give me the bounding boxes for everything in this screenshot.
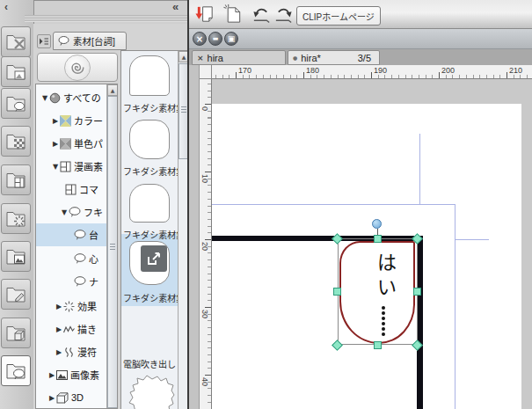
rotate-handle[interactable]: [372, 219, 382, 229]
selection-bounding-box: [338, 238, 418, 345]
balloon-thumbnail[interactable]: [129, 55, 170, 96]
expander-closed-icon[interactable]: ▶: [55, 348, 63, 356]
folder-x-icon: [4, 31, 27, 54]
material-folder-image-button[interactable]: [1, 56, 31, 87]
balloon-icon: [74, 253, 86, 264]
expander-closed-icon[interactable]: ▶: [51, 140, 60, 148]
import-page-button[interactable]: [193, 3, 217, 26]
ruler-tick-label: 200: [441, 66, 455, 75]
folder-image-icon: [4, 61, 27, 84]
canvas-viewport[interactable]: は い: [212, 79, 532, 409]
palette-menu-button[interactable]: [37, 34, 51, 48]
material-thumbnail-list: フキダシ素材集 フキダシ素材集 フキダシ素材集 フキダシ素材集 電脳吹き出し ▲: [120, 50, 189, 409]
panel-drag-grip[interactable]: [25, 15, 188, 22]
ruler-gutter: [189, 65, 200, 409]
balloon-icon: [58, 36, 69, 46]
ruler-tick-label: 20: [200, 242, 209, 251]
new-page-icon: [222, 4, 244, 26]
squiggle-icon: [63, 347, 75, 358]
scroll-up-icon[interactable]: ▲: [107, 84, 118, 96]
edge-handle-w[interactable]: [333, 288, 341, 296]
ruler-tick-label: 40: [200, 377, 209, 386]
minimize-window-icon[interactable]: ▬: [208, 32, 222, 46]
expander-closed-icon[interactable]: ▶: [47, 371, 56, 379]
next-page-button[interactable]: [273, 3, 294, 26]
tab-hira[interactable]: × hira: [192, 50, 286, 65]
import-page-icon: [194, 4, 216, 26]
material-folder-balloon-active-button[interactable]: [1, 355, 31, 386]
clip-material-button[interactable]: [37, 53, 118, 82]
material-tree: ▼ すべての ▶ カラー ▶: [35, 84, 118, 409]
digital-balloon-thumbnail[interactable]: [127, 373, 176, 409]
redo-page-icon: [273, 4, 294, 25]
document-toolbar: CLIPホームページ: [189, 0, 532, 29]
balloon-icon: [74, 230, 86, 240]
collapse-panel-icon[interactable]: «: [172, 0, 179, 13]
material-folder-balloon-button[interactable]: [1, 88, 31, 119]
tree-item-all-materials[interactable]: ▼ すべての: [36, 86, 111, 109]
material-folder-delete-button[interactable]: [1, 26, 31, 57]
new-page-button[interactable]: [222, 3, 244, 26]
ruler-tick-label: 210: [509, 66, 522, 75]
pinwheel-color-icon: [60, 115, 71, 127]
close-window-icon[interactable]: ×: [193, 32, 207, 46]
close-tab-icon[interactable]: ×: [197, 54, 204, 62]
folder-burst-icon: [4, 208, 27, 230]
balloon-thumbnail[interactable]: [129, 120, 170, 159]
panel-layout-icon: [60, 161, 71, 172]
expander-closed-icon[interactable]: ▶: [51, 117, 60, 125]
maximize-window-icon[interactable]: ▣: [224, 32, 238, 46]
document-window-bar: × ▬ ▣: [189, 29, 532, 49]
tab-hira-active[interactable]: ● hira* 3/5: [288, 50, 380, 65]
tree-scrollbar[interactable]: ▲: [106, 84, 118, 408]
material-folder-pattern-button[interactable]: [1, 126, 31, 157]
edge-handle-n[interactable]: [374, 235, 382, 243]
pinwheel-gray-icon: [60, 138, 71, 150]
edge-handle-s[interactable]: [374, 341, 382, 349]
horizontal-ruler: 170 180 190 200 210: [212, 65, 532, 79]
edge-handle-e[interactable]: [413, 288, 421, 296]
vertical-ruler: 0 10 20 30 40: [200, 79, 212, 409]
clip-homepage-button[interactable]: CLIPホームページ: [296, 6, 381, 26]
undo-page-icon: [251, 4, 272, 25]
frame-guide-line: [455, 204, 455, 409]
balloon-thumbnail[interactable]: [129, 184, 170, 223]
thumbnail-label: フキダシ素材集: [123, 228, 178, 241]
expander-open-icon[interactable]: ▼: [51, 163, 60, 171]
burst-icon: [63, 301, 75, 312]
ruler-tick-label: 170: [238, 66, 251, 75]
frame-guide-line: [419, 134, 420, 204]
balloon-icon: [74, 276, 86, 287]
material-folder-3d-button[interactable]: [1, 318, 31, 348]
material-folder-panel-button[interactable]: [1, 164, 31, 195]
tree-scrollbar-thumb[interactable]: [107, 96, 118, 408]
ruler-tick-label: 190: [374, 66, 387, 75]
app-window: ‹: [0, 0, 532, 409]
expander-closed-icon[interactable]: ▶: [55, 325, 63, 333]
palette-menu-icon: [39, 37, 49, 46]
previous-page-button[interactable]: [251, 3, 272, 26]
panel-border-right[interactable]: [417, 236, 423, 409]
thumbnail-label: フキダシ素材集: [123, 291, 178, 304]
panel-layout-icon: [65, 184, 77, 195]
frame-guide-line: [455, 239, 489, 240]
expander-open-icon[interactable]: ▼: [60, 208, 69, 216]
sphere-icon: [49, 92, 61, 104]
back-arrow-icon[interactable]: ‹: [4, 1, 8, 13]
material-folder-photo-button[interactable]: [1, 241, 31, 272]
clip-homepage-label: CLIPホームページ: [302, 10, 375, 23]
material-folder-edit-button[interactable]: [1, 279, 31, 310]
frame-guide-line: [212, 204, 455, 205]
expander-closed-icon[interactable]: ▶: [55, 303, 63, 310]
folder-photo-icon: [4, 245, 27, 268]
material-folder-effect-button[interactable]: [1, 203, 31, 234]
tab-materials-dialogue[interactable]: 素材[台詞]: [53, 32, 127, 50]
document-tab-bar: × hira ● hira* 3/5: [189, 49, 532, 65]
scrollbar-grip: [110, 244, 115, 251]
expander-closed-icon[interactable]: ▶: [47, 394, 56, 402]
palette-tab-label: 素材[台詞]: [73, 34, 115, 47]
cube-icon: [56, 392, 69, 404]
folder-balloon-icon: [4, 360, 27, 383]
folder-cube-icon: [4, 322, 27, 345]
expander-open-icon[interactable]: ▼: [40, 94, 49, 102]
